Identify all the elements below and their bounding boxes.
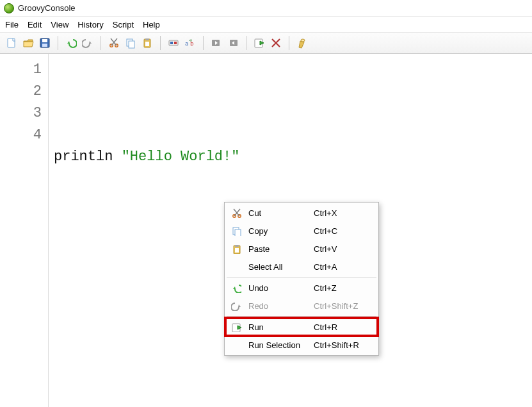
stop-icon	[270, 37, 282, 49]
toolbar-separator	[101, 36, 101, 50]
redo-icon	[82, 37, 93, 49]
window-title: GroovyConsole	[18, 3, 76, 13]
context-menu-shortcut: Ctrl+Shift+R	[314, 340, 373, 350]
context-menu-copy[interactable]: Copy Ctrl+C	[225, 222, 378, 240]
paste-icon	[141, 37, 153, 49]
copy-icon	[125, 37, 136, 49]
menu-edit[interactable]: Edit	[28, 20, 42, 29]
toolbar-separator	[246, 36, 246, 50]
new-file-icon	[6, 37, 17, 49]
line-number: 1	[0, 59, 42, 81]
context-menu-shortcut: Ctrl+X	[314, 208, 373, 218]
context-menu-shortcut: Ctrl+Shift+Z	[314, 301, 373, 311]
line-number: 4	[0, 124, 42, 146]
context-menu-label: Cut	[243, 208, 314, 218]
run-button[interactable]	[252, 35, 267, 51]
context-menu-shortcut: Ctrl+A	[314, 262, 373, 272]
toolbar-separator	[203, 36, 204, 50]
find-button[interactable]	[166, 35, 181, 51]
context-menu-redo[interactable]: Redo Ctrl+Shift+Z	[225, 297, 378, 315]
toolbar-separator	[58, 36, 58, 50]
context-menu-shortcut: Ctrl+R	[314, 322, 373, 332]
context-menu-label: Redo	[243, 301, 314, 311]
clear-output-icon	[296, 37, 308, 49]
menu-file[interactable]: File	[5, 20, 19, 29]
clear-output-button[interactable]	[294, 35, 310, 51]
context-menu-shortcut: Ctrl+Z	[314, 283, 373, 293]
context-menu-shortcut: Ctrl+V	[314, 244, 373, 254]
context-menu-label: Copy	[243, 226, 314, 236]
stop-button[interactable]	[268, 35, 284, 51]
context-menu-run-selection[interactable]: Run Selection Ctrl+Shift+R	[225, 336, 378, 354]
line-number: 2	[0, 81, 42, 103]
undo-icon	[229, 283, 243, 293]
code-editor[interactable]: println "Hello World!"	[49, 54, 245, 407]
copy-icon	[229, 226, 243, 236]
replace-icon	[184, 37, 196, 49]
replace-button[interactable]	[182, 35, 198, 51]
toolbar	[0, 32, 532, 54]
run-icon	[229, 322, 243, 332]
toolbar-separator	[160, 36, 161, 50]
line-number-gutter: 1 2 3 4	[0, 54, 49, 407]
run-icon	[254, 37, 265, 49]
menu-help[interactable]: Help	[143, 20, 160, 29]
copy-button[interactable]	[123, 35, 138, 51]
prev-icon	[211, 37, 222, 49]
save-file-icon	[39, 37, 51, 49]
context-menu-select-all[interactable]: Select All Ctrl+A	[225, 258, 378, 276]
context-menu-label: Undo	[243, 283, 314, 293]
open-file-button[interactable]	[20, 35, 36, 51]
context-menu-label: Run	[243, 322, 314, 332]
menu-script[interactable]: Script	[113, 20, 134, 29]
history-prev-button[interactable]	[209, 35, 224, 51]
context-menu-separator	[227, 277, 376, 278]
context-menu-run[interactable]: Run Ctrl+R	[225, 318, 378, 336]
redo-icon	[229, 301, 243, 311]
context-menu-separator	[227, 316, 376, 317]
menu-history[interactable]: History	[77, 20, 103, 29]
title-bar: GroovyConsole	[0, 0, 532, 17]
cut-icon	[108, 37, 120, 49]
context-menu-cut[interactable]: Cut Ctrl+X	[225, 204, 378, 222]
menu-bar: File Edit View History Script Help	[0, 17, 532, 32]
paste-button[interactable]	[140, 35, 155, 51]
cut-icon	[229, 208, 243, 218]
context-menu-label: Select All	[243, 262, 314, 272]
find-icon	[168, 37, 179, 49]
menu-view[interactable]: View	[51, 20, 69, 29]
editor-context-menu: Cut Ctrl+X Copy Ctrl+C Paste Ctrl+V Sele…	[224, 202, 379, 356]
context-menu-label: Run Selection	[243, 340, 314, 350]
next-icon	[227, 37, 239, 49]
context-menu-label: Paste	[243, 244, 314, 254]
code-line: println "Hello World!"	[54, 146, 239, 168]
context-menu-undo[interactable]: Undo Ctrl+Z	[225, 279, 378, 297]
redo-button[interactable]	[80, 35, 95, 51]
open-file-icon	[22, 37, 34, 49]
undo-button[interactable]	[63, 35, 79, 51]
save-file-button[interactable]	[37, 35, 52, 51]
line-number: 3	[0, 103, 42, 124]
toolbar-separator	[289, 36, 289, 50]
new-file-button[interactable]	[4, 35, 19, 51]
app-icon	[4, 3, 14, 13]
paste-icon	[229, 244, 243, 254]
context-menu-paste[interactable]: Paste Ctrl+V	[225, 240, 378, 258]
undo-icon	[65, 37, 77, 49]
cut-button[interactable]	[106, 35, 122, 51]
context-menu-shortcut: Ctrl+C	[314, 226, 373, 236]
history-next-button[interactable]	[225, 35, 241, 51]
